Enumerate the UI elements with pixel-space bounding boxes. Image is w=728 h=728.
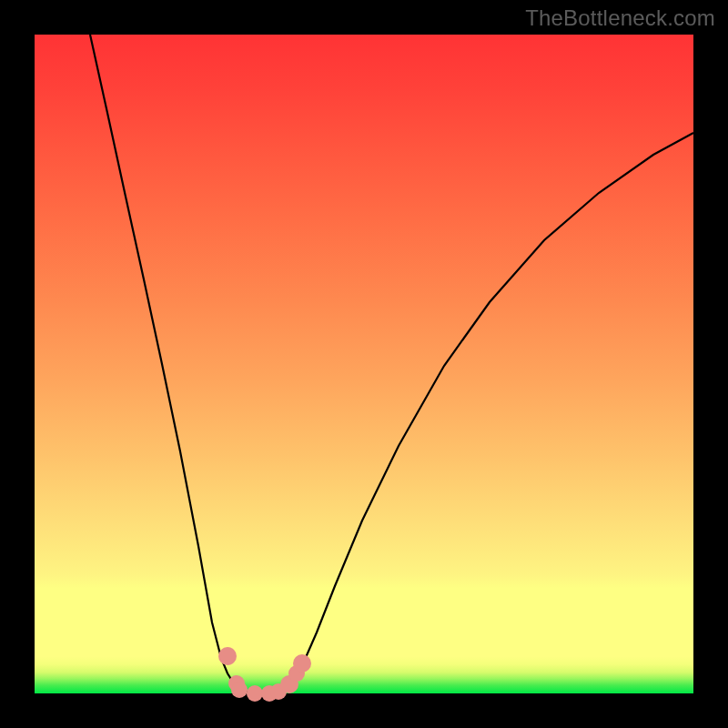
- dot-group: [218, 647, 311, 702]
- right-branch-curve: [269, 133, 693, 693]
- chart-frame: TheBottleneck.com: [0, 0, 728, 728]
- plot-area: [35, 35, 693, 693]
- left-branch-curve: [90, 35, 269, 693]
- curve-layer: [35, 35, 693, 693]
- data-dot: [231, 682, 248, 698]
- data-dot: [218, 647, 237, 665]
- data-dot: [293, 654, 311, 672]
- watermark-text: TheBottleneck.com: [525, 5, 715, 31]
- data-dot: [247, 685, 263, 702]
